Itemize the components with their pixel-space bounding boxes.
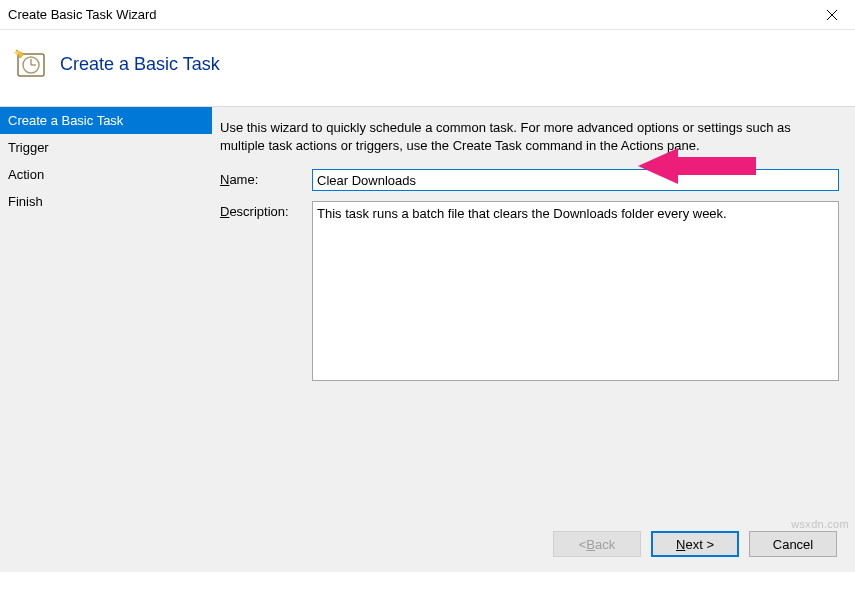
name-label: Name: xyxy=(220,169,312,187)
cancel-button[interactable]: Cancel xyxy=(749,531,837,557)
description-row: Description: xyxy=(220,201,839,381)
close-button[interactable] xyxy=(809,0,855,30)
close-icon xyxy=(827,10,837,20)
sidebar-item-action[interactable]: Action xyxy=(0,161,212,188)
wizard-icon xyxy=(14,48,46,80)
wizard-steps-sidebar: Create a Basic Task Trigger Action Finis… xyxy=(0,107,212,516)
main-panel: Use this wizard to quickly schedule a co… xyxy=(212,107,855,516)
footer-buttons: < Back Next > Cancel xyxy=(0,516,855,572)
wizard-header: Create a Basic Task xyxy=(0,30,855,106)
sidebar-item-create-basic-task[interactable]: Create a Basic Task xyxy=(0,107,212,134)
wizard-title: Create a Basic Task xyxy=(60,54,220,75)
watermark-text: wsxdn.com xyxy=(791,518,849,530)
sidebar-item-trigger[interactable]: Trigger xyxy=(0,134,212,161)
content-area: Create a Basic Task Trigger Action Finis… xyxy=(0,106,855,516)
back-button: < Back xyxy=(553,531,641,557)
titlebar: Create Basic Task Wizard xyxy=(0,0,855,30)
next-button[interactable]: Next > xyxy=(651,531,739,557)
intro-text: Use this wizard to quickly schedule a co… xyxy=(220,119,839,155)
name-row: Name: xyxy=(220,169,839,191)
window-title: Create Basic Task Wizard xyxy=(8,7,157,22)
description-label: Description: xyxy=(220,201,312,219)
description-input[interactable] xyxy=(312,201,839,381)
sidebar-item-finish[interactable]: Finish xyxy=(0,188,212,215)
name-input[interactable] xyxy=(312,169,839,191)
